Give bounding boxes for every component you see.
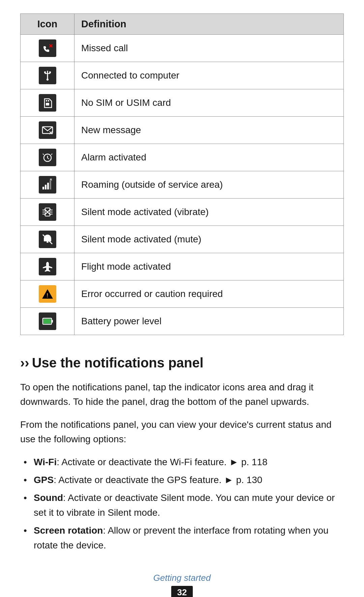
def-silent-mute: Silent mode activated (mute) [74,226,344,253]
svg-rect-25 [45,185,47,189]
def-error: Error occurred or caution required [74,280,344,308]
icon-cell-battery [21,308,74,335]
svg-rect-24 [42,187,44,189]
svg-rect-11 [46,100,47,101]
icon-cell-error: ! [21,280,74,308]
svg-text:R: R [50,178,52,181]
icon-cell-new-message [21,117,74,144]
icon-cell-silent-mute [21,226,74,253]
icon-cell-missed-call [21,35,74,62]
no-sim-icon [39,94,56,112]
table-row: Flight mode activated [21,253,344,280]
svg-text:!: ! [47,293,48,298]
silent-vibrate-icon [39,203,56,221]
list-item-wifi: Wi-Fi: Activate or deactivate the Wi-Fi … [24,455,344,469]
table-row: Silent mode activated (mute) [21,226,344,253]
table-row: Alarm activated [21,144,344,171]
alarm-icon [39,149,56,166]
list-item-gps: GPS: Activate or deactivate the GPS feat… [24,473,344,487]
screen-rotation-label: Screen rotation [34,525,103,536]
svg-rect-48 [43,319,51,324]
footer-subtitle: Getting started [20,573,344,583]
paragraph-1: To open the notifications panel, tap the… [20,380,344,409]
svg-rect-12 [48,100,49,101]
sound-text: : Activate or deactivate Silent mode. Yo… [34,492,335,517]
table-header-icon: Icon [21,14,74,35]
missed-call-icon [39,39,56,57]
gps-text: : Activate or deactivate the GPS feature… [54,475,262,485]
wifi-label: Wi-Fi [34,457,57,467]
flight-mode-icon [39,258,56,275]
paragraph-2: From the notifications panel, you can vi… [20,417,344,447]
table-row: ! Error occurred or caution required [21,280,344,308]
table-header-definition: Definition [74,14,344,35]
svg-rect-47 [52,320,53,323]
icon-definition-table: Icon Definition [20,13,344,335]
page-number: 32 [171,586,193,597]
def-missed-call: Missed call [74,35,344,62]
table-row: Battery power level [21,308,344,335]
def-no-sim: No SIM or USIM card [74,89,344,117]
def-silent-vibrate: Silent mode activated (vibrate) [74,199,344,226]
list-item-screen-rotation: Screen rotation: Allow or prevent the in… [24,523,344,553]
notifications-panel-section: ›› Use the notifications panel To open t… [20,355,344,553]
table-row: R Roaming (outside of service area) [21,171,344,199]
icon-cell-no-sim [21,89,74,117]
section-heading: ›› Use the notifications panel [20,355,344,370]
options-list: Wi-Fi: Activate or deactivate the Wi-Fi … [20,455,344,553]
error-caution-icon: ! [39,285,56,303]
table-row: Silent mode activated (vibrate) [21,199,344,226]
roaming-icon: R [39,176,56,193]
table-row: Connected to computer [21,62,344,89]
table-row: New message [21,117,344,144]
def-new-message: New message [74,117,344,144]
def-battery: Battery power level [74,308,344,335]
wifi-text: : Activate or deactivate the Wi-Fi featu… [57,457,267,467]
def-flight-mode: Flight mode activated [74,253,344,280]
svg-rect-10 [46,103,49,106]
svg-point-8 [47,79,49,81]
battery-icon [39,312,56,330]
svg-rect-0 [40,41,55,56]
list-item-sound: Sound: Activate or deactivate Silent mod… [24,490,344,520]
svg-rect-26 [47,183,49,189]
icon-cell-flight-mode [21,253,74,280]
sound-label: Sound [34,492,63,503]
table-row: Missed call [21,35,344,62]
connected-computer-icon [39,67,56,84]
chevron-double-icon: ›› [20,355,29,370]
silent-mute-icon [39,231,56,248]
icon-cell-alarm [21,144,74,171]
page-footer: Getting started 32 [20,573,344,597]
def-roaming: Roaming (outside of service area) [74,171,344,199]
gps-label: GPS [34,475,54,485]
svg-rect-27 [50,181,51,189]
icon-cell-roaming: R [21,171,74,199]
def-alarm: Alarm activated [74,144,344,171]
icon-cell-silent-vibrate [21,199,74,226]
table-row: No SIM or USIM card [21,89,344,117]
svg-rect-6 [44,71,46,73]
svg-rect-7 [49,71,51,73]
svg-rect-40 [47,241,49,243]
icon-cell-connected-computer [21,62,74,89]
new-message-icon [39,121,56,139]
def-connected-computer: Connected to computer [74,62,344,89]
